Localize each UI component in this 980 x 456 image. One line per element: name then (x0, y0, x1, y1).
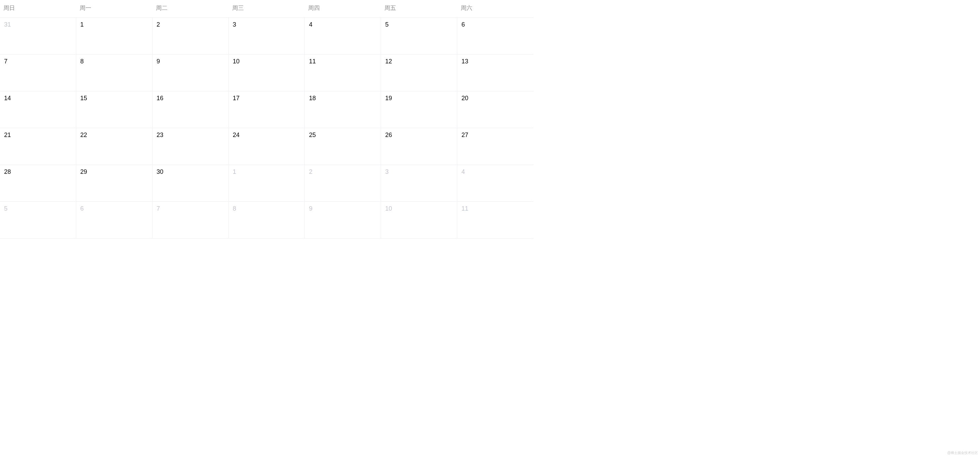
day-number: 29 (80, 168, 87, 175)
day-number: 18 (309, 95, 316, 102)
day-number: 14 (4, 95, 11, 102)
calendar-grid: 3112345678910111213141516171819202122232… (0, 18, 534, 239)
day-cell[interactable]: 4 (305, 18, 381, 54)
day-cell[interactable]: 2 (153, 18, 229, 54)
day-cell[interactable]: 11 (305, 54, 381, 91)
day-number: 1 (233, 168, 236, 175)
weekday-header-saturday: 周六 (457, 0, 534, 18)
day-cell[interactable]: 11 (457, 202, 534, 239)
day-cell[interactable]: 10 (381, 202, 457, 239)
day-cell[interactable]: 8 (76, 54, 153, 91)
day-number: 11 (461, 205, 468, 212)
weekday-header-sunday: 周日 (0, 0, 76, 18)
day-cell[interactable]: 27 (457, 128, 534, 165)
weekday-header-friday: 周五 (381, 0, 457, 18)
day-number: 21 (4, 132, 11, 139)
day-cell[interactable]: 17 (229, 91, 305, 128)
day-cell[interactable]: 9 (153, 54, 229, 91)
day-number: 30 (157, 168, 164, 175)
day-cell[interactable]: 18 (305, 91, 381, 128)
day-cell[interactable]: 21 (0, 128, 76, 165)
weekday-header-monday: 周一 (76, 0, 153, 18)
day-number: 2 (309, 168, 312, 175)
day-number: 4 (461, 168, 465, 175)
day-cell[interactable]: 16 (153, 91, 229, 128)
day-cell[interactable]: 15 (76, 91, 153, 128)
day-cell[interactable]: 24 (229, 128, 305, 165)
day-cell[interactable]: 19 (381, 91, 457, 128)
day-cell[interactable]: 13 (457, 54, 534, 91)
day-number: 16 (157, 95, 164, 102)
day-number: 8 (80, 58, 84, 65)
day-cell[interactable]: 7 (0, 54, 76, 91)
day-number: 5 (385, 21, 388, 28)
day-number: 24 (233, 132, 240, 139)
day-number: 9 (309, 205, 312, 212)
day-cell[interactable]: 7 (153, 202, 229, 239)
day-cell[interactable]: 3 (229, 18, 305, 54)
day-number: 12 (385, 58, 392, 65)
day-cell[interactable]: 6 (76, 202, 153, 239)
day-cell[interactable]: 1 (76, 18, 153, 54)
day-cell[interactable]: 30 (153, 165, 229, 202)
day-number: 7 (157, 205, 160, 212)
day-cell[interactable]: 3 (381, 165, 457, 202)
day-number: 23 (157, 132, 164, 139)
day-cell[interactable]: 5 (381, 18, 457, 54)
day-cell[interactable]: 8 (229, 202, 305, 239)
day-number: 13 (461, 58, 468, 65)
day-cell[interactable]: 25 (305, 128, 381, 165)
day-cell[interactable]: 29 (76, 165, 153, 202)
day-cell[interactable]: 2 (305, 165, 381, 202)
day-cell[interactable]: 14 (0, 91, 76, 128)
day-number: 6 (80, 205, 84, 212)
day-cell[interactable]: 23 (153, 128, 229, 165)
weekday-header-row: 周日 周一 周二 周三 周四 周五 周六 (0, 0, 534, 18)
day-number: 10 (385, 205, 392, 212)
day-number: 22 (80, 132, 87, 139)
day-number: 8 (233, 205, 236, 212)
day-cell[interactable]: 1 (229, 165, 305, 202)
calendar: 周日 周一 周二 周三 周四 周五 周六 3112345678910111213… (0, 0, 534, 239)
day-number: 11 (309, 58, 316, 65)
day-number: 9 (157, 58, 160, 65)
day-number: 17 (233, 95, 240, 102)
day-number: 5 (4, 205, 8, 212)
day-cell[interactable]: 28 (0, 165, 76, 202)
day-cell[interactable]: 26 (381, 128, 457, 165)
day-number: 20 (461, 95, 468, 102)
day-number: 7 (4, 58, 8, 65)
day-cell[interactable]: 4 (457, 165, 534, 202)
weekday-header-thursday: 周四 (305, 0, 381, 18)
day-cell[interactable]: 9 (305, 202, 381, 239)
day-cell[interactable]: 5 (0, 202, 76, 239)
day-number: 27 (461, 132, 468, 139)
day-number: 19 (385, 95, 392, 102)
day-cell[interactable]: 10 (229, 54, 305, 91)
day-cell[interactable]: 12 (381, 54, 457, 91)
day-number: 31 (4, 21, 11, 28)
day-number: 6 (461, 21, 465, 28)
day-number: 4 (309, 21, 312, 28)
day-number: 28 (4, 168, 11, 175)
weekday-header-tuesday: 周二 (153, 0, 229, 18)
day-number: 1 (80, 21, 84, 28)
day-number: 10 (233, 58, 240, 65)
day-number: 2 (157, 21, 160, 28)
day-number: 25 (309, 132, 316, 139)
day-cell[interactable]: 22 (76, 128, 153, 165)
day-number: 3 (233, 21, 236, 28)
day-number: 3 (385, 168, 388, 175)
day-cell[interactable]: 31 (0, 18, 76, 54)
day-cell[interactable]: 6 (457, 18, 534, 54)
day-number: 15 (80, 95, 87, 102)
weekday-header-wednesday: 周三 (229, 0, 305, 18)
day-cell[interactable]: 20 (457, 91, 534, 128)
day-number: 26 (385, 132, 392, 139)
